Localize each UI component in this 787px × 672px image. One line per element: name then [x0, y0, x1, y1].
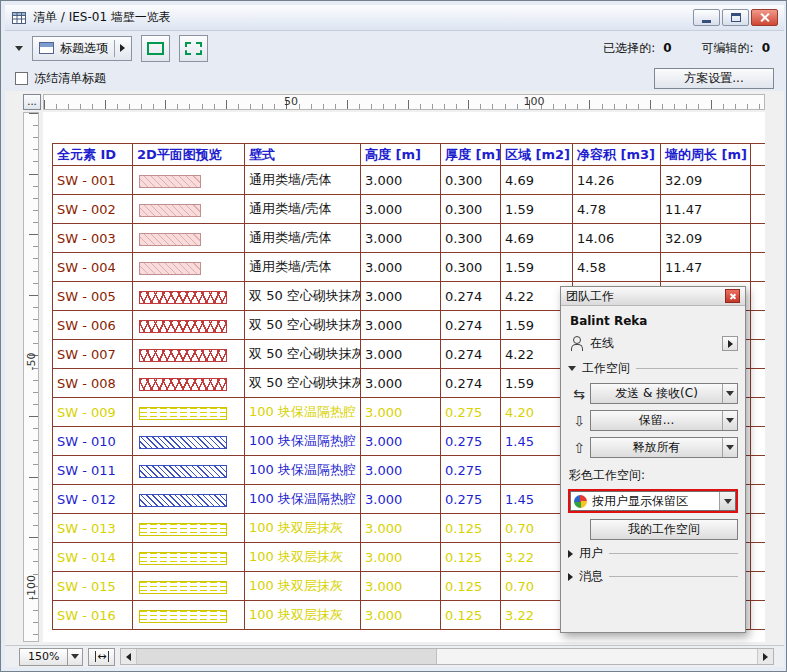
scheme-settings-button[interactable]: 方案设置... [654, 68, 774, 89]
cell-height: 3.000 [361, 195, 441, 224]
section-users[interactable]: 用户 [568, 545, 738, 562]
cell-perimeter: 11.47 [661, 195, 751, 224]
cell-thickness: 0.274 [441, 311, 501, 340]
my-workspace-button[interactable]: 我的工作空间 [590, 519, 738, 540]
toolbar: 标题选项 已选择的:0 可编辑的:0 [5, 31, 784, 65]
cell-element-id: SW - 002 [53, 195, 133, 224]
title-bar[interactable]: 清单 / IES-01 墙壁一览表 [5, 5, 784, 31]
send-receive-dropdown[interactable] [722, 384, 737, 403]
ruler-options-button[interactable]: ... [23, 94, 41, 110]
schedule-icon [11, 10, 27, 26]
zoom-control[interactable]: 150% [19, 648, 83, 666]
table-row[interactable]: SW - 001 通用类墙/壳体 3.000 0.300 4.69 14.26 … [53, 166, 766, 195]
header-thickness[interactable]: 厚度 [m] [441, 144, 501, 166]
preview-swatch [139, 262, 201, 275]
colored-workspace-select[interactable]: 按用户显示保留区 [570, 491, 736, 511]
close-button[interactable] [751, 9, 778, 26]
preview-swatch [139, 320, 227, 333]
cell-wall-type: 100 块双层抹灰 [245, 601, 361, 630]
horizontal-scrollbar[interactable] [120, 648, 774, 665]
header-height[interactable]: 高度 [m] [361, 144, 441, 166]
fit-width-button[interactable]: ↔ [88, 648, 115, 666]
scroll-right-button[interactable] [757, 649, 773, 664]
title-options-button[interactable]: 标题选项 [32, 36, 132, 61]
table-header-icon [39, 42, 54, 54]
table-row[interactable]: SW - 003 通用类墙/壳体 3.000 0.300 4.69 14.06 … [53, 224, 766, 253]
header-net-volume[interactable]: 净容积 [m3] [573, 144, 661, 166]
sub-toolbar: 冻结清单标题 方案设置... [5, 65, 784, 91]
send-receive-button[interactable]: 发送 & 接收(C) [590, 383, 738, 404]
section-messages[interactable]: 消息 [568, 568, 738, 585]
teamwork-title-bar[interactable]: 团队工作 [561, 287, 745, 306]
cell-preview [133, 369, 245, 398]
cell-wall-type: 双 50 空心砌块抹灰 [245, 369, 361, 398]
cell-perimeter: 32.09 [661, 224, 751, 253]
preview-swatch [139, 552, 227, 565]
cell-net-volume: 4.58 [573, 253, 661, 282]
horizontal-ruler[interactable]: 50 100 [43, 94, 765, 110]
maximize-button[interactable] [722, 9, 749, 26]
header-wall-type[interactable]: 壁式 [245, 144, 361, 166]
cell-thickness: 0.300 [441, 253, 501, 282]
table-row[interactable]: SW - 002 通用类墙/壳体 3.000 0.300 1.59 4.78 1… [53, 195, 766, 224]
title-options-flyout[interactable] [114, 40, 125, 57]
preview-swatch [139, 436, 227, 449]
cell-net-volume: 14.26 [573, 166, 661, 195]
cell-preview [133, 282, 245, 311]
cell-element-id: SW - 014 [53, 543, 133, 572]
section-divider [636, 368, 738, 369]
table-row[interactable]: SW - 004 通用类墙/壳体 3.000 0.300 1.59 4.58 1… [53, 253, 766, 282]
header-extra [751, 144, 766, 166]
cell-thickness: 0.275 [441, 427, 501, 456]
scroll-left-button[interactable] [121, 649, 137, 664]
cell-height: 3.000 [361, 485, 441, 514]
cell-wall-type: 100 块保温隔热腔 [245, 456, 361, 485]
cell-extra [751, 369, 766, 398]
section-divider [609, 553, 738, 554]
select-elements-button[interactable] [141, 35, 170, 62]
header-perimeter[interactable]: 墙的周长 [m] [661, 144, 751, 166]
cell-net-volume: 14.06 [573, 224, 661, 253]
header-element-id[interactable]: 全元素 ID [53, 144, 133, 166]
cell-element-id: SW - 015 [53, 572, 133, 601]
flyout-arrow-icon [728, 340, 733, 348]
header-area[interactable]: 区域 [m2] [501, 144, 573, 166]
cell-thickness: 0.274 [441, 282, 501, 311]
minimize-button[interactable] [693, 9, 720, 26]
zoom-dropdown-arrow[interactable] [67, 649, 82, 665]
cell-thickness: 0.125 [441, 572, 501, 601]
reserve-dropdown[interactable] [722, 411, 737, 430]
flyout-arrow-icon [120, 44, 125, 52]
cell-height: 3.000 [361, 601, 441, 630]
reserve-row: ⇩ 保留... [568, 410, 738, 431]
ruler-mark-minus100: -100 [25, 572, 38, 604]
ruler-mark-minus50: -50 [25, 346, 38, 378]
preview-swatch [139, 204, 201, 217]
teamwork-close-button[interactable] [725, 289, 740, 303]
cell-wall-type: 100 块保温隔热腔 [245, 427, 361, 456]
cell-element-id: SW - 009 [53, 398, 133, 427]
release-all-dropdown[interactable] [722, 438, 737, 457]
toolbar-options-arrow-icon[interactable] [15, 46, 23, 51]
release-all-button[interactable]: 释放所有 [590, 437, 738, 458]
cell-preview [133, 427, 245, 456]
reserve-button[interactable]: 保留... [590, 410, 738, 431]
section-workspace[interactable]: 工作空间 [568, 360, 738, 377]
cell-preview [133, 340, 245, 369]
cell-thickness: 0.275 [441, 485, 501, 514]
cell-net-volume: 4.78 [573, 195, 661, 224]
status-bar: 150% ↔ [5, 645, 784, 667]
cell-height: 3.000 [361, 166, 441, 195]
online-status-row: 在线 [570, 335, 738, 352]
show-selection-button[interactable] [179, 35, 208, 62]
combo-dropdown-arrow[interactable] [719, 492, 735, 510]
status-flyout-button[interactable] [722, 336, 738, 351]
header-2d-preview[interactable]: 2D平面图预览 [133, 144, 245, 166]
cell-preview [133, 224, 245, 253]
ruler-mark-50: 50 [284, 95, 298, 108]
freeze-header-checkbox[interactable] [15, 72, 28, 85]
scrollbar-thumb[interactable] [137, 649, 437, 664]
colored-workspace-icon [574, 495, 587, 508]
preview-swatch [139, 291, 227, 304]
vertical-ruler[interactable]: -50 -100 [23, 112, 39, 642]
